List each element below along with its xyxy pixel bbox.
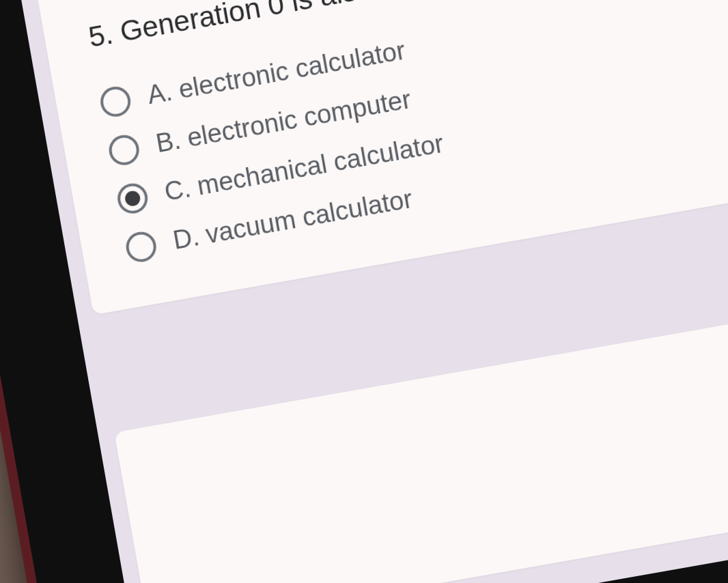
next-card — [114, 309, 728, 583]
radio-icon[interactable] — [124, 229, 158, 264]
question-card: 5. Generation 0 is also known as . A. el… — [36, 0, 728, 315]
radio-icon[interactable] — [107, 132, 141, 167]
options-group: A. electronic calculator B. electronic c… — [98, 0, 728, 264]
radio-icon[interactable] — [115, 181, 150, 216]
radio-icon[interactable] — [98, 84, 133, 119]
scene: No internet connection 5. Generation 0 i… — [0, 0, 728, 583]
form-background: 5. Generation 0 is also known as . A. el… — [20, 0, 728, 583]
